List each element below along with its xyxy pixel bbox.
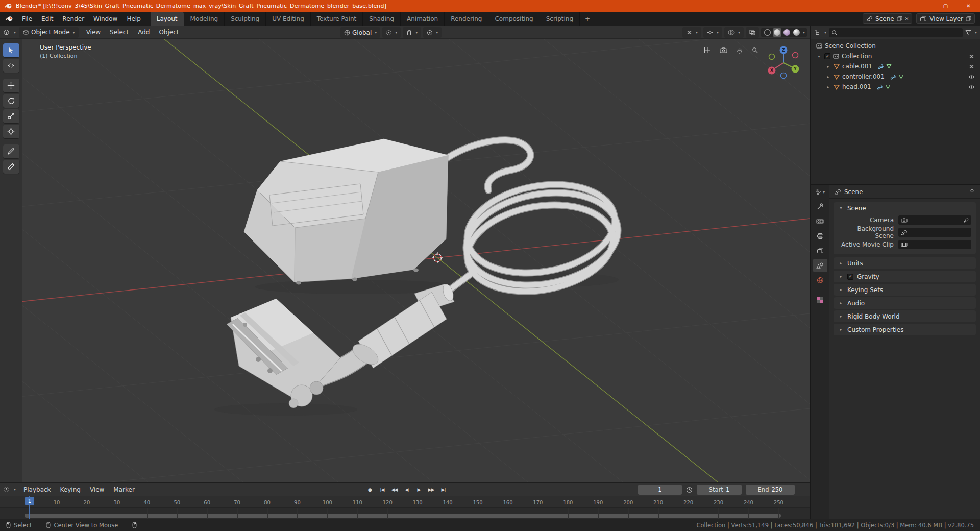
gizmo-neg-z-axis[interactable] — [781, 73, 787, 79]
shading-rendered-button[interactable] — [792, 28, 801, 37]
jump-to-start-button[interactable]: |◀ — [377, 485, 387, 495]
outliner-row-scene-collection[interactable]: Scene Collection — [811, 41, 980, 51]
viewport-menu-add[interactable]: Add — [133, 29, 154, 36]
eye-icon[interactable] — [968, 85, 975, 89]
workspace-tab-uv-editing[interactable]: UV Editing — [266, 12, 311, 26]
filter-icon[interactable] — [965, 30, 971, 35]
workspace-tab-modeling[interactable]: Modeling — [184, 12, 225, 26]
eye-icon[interactable] — [968, 54, 975, 59]
jump-to-end-button[interactable]: ▶| — [438, 485, 449, 495]
new-scene-button[interactable] — [897, 16, 902, 21]
proportional-editing-toggle[interactable]: ▾ — [423, 27, 442, 38]
collection-disclosure-icon[interactable]: ▾ — [816, 54, 822, 59]
menu-help[interactable]: Help — [122, 12, 145, 26]
maximize-button[interactable]: ▢ — [934, 0, 957, 12]
disclosure-icon[interactable]: ▸ — [838, 287, 844, 292]
shading-wireframe-button[interactable] — [763, 28, 772, 37]
gravity-checkbox[interactable]: ✓ — [847, 274, 853, 280]
transform-tool-button[interactable] — [3, 125, 19, 138]
show-gizmos-toggle[interactable]: ▾ — [703, 27, 722, 38]
scene-properties-tab[interactable] — [813, 259, 827, 272]
workspace-tab-rendering[interactable]: Rendering — [445, 12, 488, 26]
disclosure-icon[interactable]: ▸ — [838, 327, 844, 332]
timeline-scrollbar[interactable] — [24, 514, 781, 518]
pin-icon[interactable] — [969, 189, 975, 195]
shading-material-button[interactable] — [782, 28, 791, 37]
zoom-view-button[interactable] — [749, 44, 761, 56]
object-disclosure-icon[interactable]: ▸ — [825, 64, 831, 69]
viewport-menu-select[interactable]: Select — [105, 29, 133, 36]
snap-toggle[interactable]: ▾ — [403, 27, 421, 38]
workspace-tab-scripting[interactable]: Scripting — [540, 12, 580, 26]
render-properties-tab[interactable] — [813, 214, 827, 228]
measure-tool-button[interactable] — [3, 160, 19, 174]
perspective-grid-button[interactable] — [701, 44, 714, 56]
properties-editor-type-icon[interactable] — [815, 189, 822, 195]
menu-window[interactable]: Window — [89, 12, 122, 26]
play-reverse-button[interactable]: ◀ — [401, 485, 412, 495]
viewport-3d[interactable]: User Perspective (1) Collection — [0, 39, 810, 482]
panel-gravity[interactable]: ▸✓Gravity — [834, 271, 976, 282]
world-properties-tab[interactable] — [813, 274, 827, 287]
head-object[interactable] — [227, 283, 455, 408]
timeline-menu-keying[interactable]: Keying — [56, 486, 85, 493]
scene-panel-header[interactable]: ▾ Scene — [834, 202, 976, 214]
frame-end-field[interactable]: End250 — [746, 485, 795, 495]
panel-audio[interactable]: ▸Audio — [834, 297, 976, 309]
frame-start-field[interactable]: Start1 — [697, 485, 742, 495]
disclosure-icon[interactable]: ▾ — [838, 206, 844, 210]
show-overlays-toggle[interactable]: ▾ — [724, 27, 744, 38]
snap-dropdown-icon[interactable]: ▾ — [415, 30, 418, 35]
object-disclosure-icon[interactable]: ▸ — [825, 85, 831, 89]
tool-properties-tab[interactable] — [813, 200, 827, 213]
outliner-row-collection[interactable]: ▾✓Collection — [811, 51, 980, 61]
pivot-point-dropdown[interactable]: ▾ — [382, 27, 401, 38]
new-view-layer-button[interactable] — [966, 16, 971, 21]
collection-checkbox[interactable]: ✓ — [824, 53, 830, 59]
disclosure-icon[interactable]: ▸ — [838, 261, 844, 266]
disclosure-icon[interactable]: ▸ — [838, 301, 844, 305]
view-layer-selector[interactable]: View Layer — [916, 13, 975, 24]
timeline-ruler[interactable]: 1102030405060708090100110120130140150160… — [0, 496, 810, 508]
unlink-scene-button[interactable]: ✕ — [905, 16, 909, 21]
filter-dropdown-icon[interactable]: ▾ — [975, 30, 977, 35]
rotate-tool-button[interactable] — [3, 94, 19, 108]
current-frame-field[interactable]: 1 — [638, 485, 682, 495]
outliner-search-input[interactable] — [829, 28, 963, 37]
preview-range-icon[interactable] — [686, 487, 693, 493]
menu-file[interactable]: File — [17, 12, 37, 26]
workspace-tab-texture-paint[interactable]: Texture Paint — [311, 12, 363, 26]
dermatome-model[interactable] — [214, 139, 625, 416]
view-layer-properties-tab[interactable] — [813, 244, 827, 257]
transform-orientation-dropdown[interactable]: Global ▾ — [340, 27, 380, 38]
eye-icon[interactable] — [968, 64, 975, 69]
controller-object[interactable] — [244, 139, 448, 285]
annotate-tool-button[interactable] — [3, 144, 19, 158]
workspace-tab-animation[interactable]: Animation — [401, 12, 445, 26]
blender-menu-icon[interactable] — [0, 12, 17, 26]
playhead-frame-chip[interactable]: 1 — [25, 497, 34, 505]
texture-properties-tab[interactable] — [813, 293, 827, 306]
outliner-editor-type-icon[interactable] — [814, 30, 821, 36]
auto-keying-record-button[interactable]: ● — [364, 485, 375, 495]
panel-keying-sets[interactable]: ▸Keying Sets — [834, 284, 976, 296]
panel-custom-properties[interactable]: ▸Custom Properties — [834, 324, 976, 335]
camera-field[interactable] — [898, 215, 971, 225]
workspace-tab-layout[interactable]: Layout — [151, 12, 184, 26]
panel-rigid-body-world[interactable]: ▸Rigid Body World — [834, 310, 976, 322]
scale-tool-button[interactable] — [3, 109, 19, 123]
outliner-row-controller-001[interactable]: ▸controller.001 — [811, 71, 980, 82]
object-visibility-dropdown[interactable]: ▾ — [682, 27, 701, 38]
workspace-tab-shading[interactable]: Shading — [363, 12, 401, 26]
cursor-tool-button[interactable] — [3, 59, 19, 73]
select-box-tool-button[interactable] — [3, 43, 19, 57]
timeline-menu-marker[interactable]: Marker — [109, 486, 139, 493]
navigation-gizmo[interactable]: Z Y X — [764, 43, 803, 82]
active-movie-clip-field[interactable] — [898, 240, 971, 249]
scene-selector[interactable]: Scene ✕ — [863, 13, 912, 24]
editor-type-dropdown-icon[interactable]: ▾ — [14, 30, 16, 35]
menu-edit[interactable]: Edit — [37, 12, 58, 26]
object-disclosure-icon[interactable]: ▸ — [825, 75, 831, 79]
minimize-button[interactable]: ─ — [911, 0, 934, 12]
outliner-row-head-001[interactable]: ▸head.001 — [811, 82, 980, 92]
